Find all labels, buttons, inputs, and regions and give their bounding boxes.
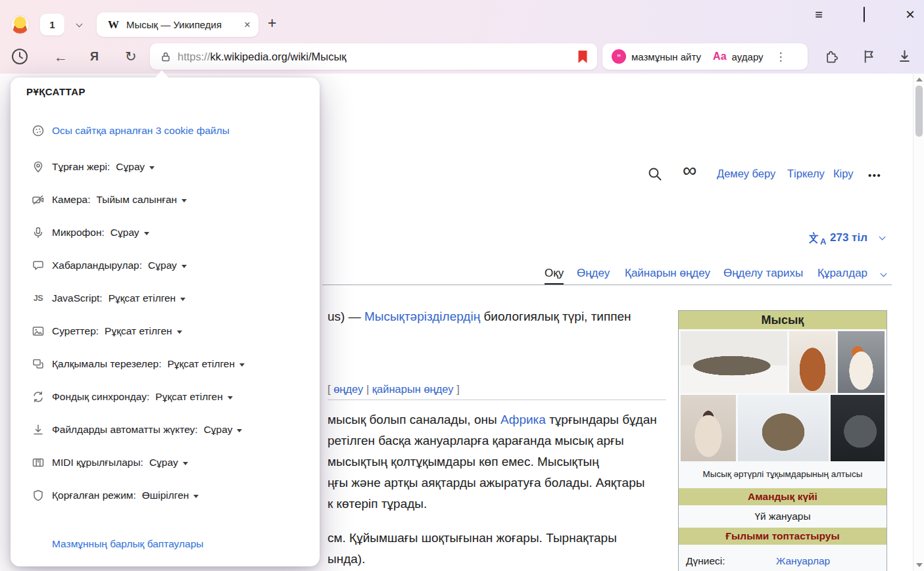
permission-row-javascript: JS JavaScript: Рұқсат етілген — [32, 290, 185, 307]
permission-label: Микрофон: — [52, 227, 105, 239]
scroll-down-arrow[interactable] — [916, 563, 923, 567]
permission-value-dropdown[interactable]: Сұрау — [148, 260, 187, 271]
tab-close-icon[interactable]: × — [244, 19, 251, 30]
permission-value-dropdown[interactable]: Сұрау — [149, 457, 188, 468]
page-scrollbar[interactable] — [913, 74, 924, 571]
register-link[interactable]: Тіркелу — [787, 168, 825, 180]
permission-value-dropdown[interactable]: Рұқсат етілген — [109, 292, 186, 304]
permission-label: JavaScript: — [52, 292, 103, 304]
cat-photo-tabby-snow[interactable] — [738, 395, 829, 461]
window-menu-icon[interactable]: ≡ — [815, 5, 823, 24]
cookies-row: Осы сайтқа арналған 3 cookie файлы — [32, 122, 230, 139]
article-line: мысықтың қолтұқымдары көп емес. Мысықтың — [328, 453, 599, 470]
scrollbar-thumb[interactable] — [915, 85, 923, 137]
permission-value-dropdown[interactable]: Рұқсат етілген — [167, 358, 245, 370]
microphone-icon — [32, 226, 45, 239]
login-link[interactable]: Кіру — [833, 168, 854, 180]
tab-group-chip[interactable]: 1 — [40, 14, 64, 35]
edit-source-link[interactable]: қайнарын өңдеу — [372, 383, 454, 395]
history-icon[interactable] — [11, 47, 29, 66]
translate-button[interactable]: аудару — [732, 51, 764, 62]
dropdown-caret — [155, 70, 168, 78]
read-aloud-icon[interactable]: ” — [612, 49, 626, 64]
article-link[interactable]: Африка — [500, 413, 546, 426]
cat-photo-siamese[interactable] — [681, 395, 736, 461]
translate-icon[interactable]: Аа — [713, 51, 727, 62]
article-text: мысық болып саналады, оны — [328, 413, 500, 426]
infobox-taxonomy: Дүниесі: Жануарлар Жамағаты: Хордалылар … — [679, 545, 887, 571]
dropdown-arrow-icon — [149, 166, 155, 170]
window-close-icon[interactable]: × — [906, 5, 915, 24]
cat-photo-tabby-lying[interactable] — [681, 331, 787, 393]
taxonomy-rank: Дүниесі: — [679, 555, 725, 566]
camera-icon — [32, 193, 45, 206]
infinity-icon[interactable]: ∞ — [683, 159, 696, 181]
dropdown-arrow-icon — [182, 265, 187, 268]
new-tab-button[interactable]: + — [268, 16, 276, 31]
permission-value-dropdown[interactable]: Рұқсат етілген — [155, 391, 233, 403]
permission-value-dropdown[interactable]: Рұқсат етілген — [105, 325, 182, 337]
profile-avatar[interactable] — [11, 15, 30, 34]
taxonomy-value-link[interactable]: Жануарлар — [776, 550, 830, 571]
read-aloud-button[interactable]: мазмұнын айту — [631, 51, 701, 62]
scroll-up-arrow[interactable] — [916, 78, 923, 81]
separator: | — [363, 383, 372, 395]
cat-photo-abyssinian[interactable] — [789, 331, 836, 393]
tab-tools[interactable]: Құралдар — [817, 267, 867, 285]
article-link[interactable]: Мысықтәрізділердің — [364, 309, 480, 323]
personal-more-menu[interactable]: ••• — [868, 170, 881, 181]
address-bar[interactable]: https://kk.wikipedia.org/wiki/Мысық — [150, 43, 597, 70]
cookies-link[interactable]: Осы сайтқа арналған 3 cookie файлы — [52, 125, 230, 137]
dropdown-arrow-icon — [193, 495, 199, 498]
permission-label: Суреттер: — [52, 325, 99, 337]
toolbar-more-icon[interactable]: ⋮ — [775, 50, 787, 64]
cat-photo-gray[interactable] — [831, 395, 885, 461]
permission-value-dropdown[interactable]: Сұрау — [110, 227, 149, 239]
language-selector[interactable]: 273 тіл — [830, 231, 867, 244]
permission-value-dropdown[interactable]: Тыйым салынған — [96, 194, 187, 206]
language-icon-letter: A — [820, 237, 826, 246]
infobox: Мысық Мысық әртүрлі тұқымдарының алтысы … — [678, 310, 887, 571]
permission-value-dropdown[interactable]: Өшірілген — [142, 490, 199, 501]
permission-value-dropdown[interactable]: Сұрау — [204, 424, 243, 436]
yandex-button[interactable]: Я — [90, 50, 99, 64]
tab-title: Мысық — Уикипедия — [126, 19, 239, 30]
back-button[interactable]: ← — [54, 50, 68, 64]
tab-read[interactable]: Оқу — [545, 267, 564, 285]
permission-label: Қалқымалы терезелер: — [52, 358, 161, 370]
dropdown-arrow-icon — [183, 462, 188, 465]
url-text: https://kk.wikipedia.org/wiki/Мысық — [178, 51, 577, 63]
taxonomy-row: Дүниесі: Жануарлар — [679, 550, 887, 571]
tabbar-divider — [322, 285, 892, 285]
sync-icon — [32, 390, 45, 403]
donate-link[interactable]: Демеу беру — [717, 168, 775, 180]
tab-edit[interactable]: Өңдеу — [577, 267, 610, 285]
permission-row-location: Тұрған жері: Сұрау — [32, 158, 155, 175]
wikipedia-favicon: W — [108, 18, 119, 32]
dropdown-arrow-icon — [177, 331, 182, 334]
download-icon[interactable] — [897, 49, 912, 64]
bookmark-icon[interactable] — [577, 50, 588, 64]
flag-icon[interactable] — [862, 49, 877, 64]
tab-edit-source[interactable]: Қайнарын өңдеу — [625, 267, 710, 285]
images-icon — [32, 325, 45, 338]
permission-row-microphone: Микрофон: Сұрау — [32, 224, 149, 241]
edit-link[interactable]: өңдеу — [333, 383, 363, 395]
permission-row-images: Суреттер: Рұқсат етілген — [32, 323, 182, 340]
permission-row-background-sync: Фондық синхрондау: Рұқсат етілген — [32, 388, 233, 405]
tab-history[interactable]: Өңделу тарихы — [723, 267, 803, 285]
reload-button[interactable]: ↻ — [125, 49, 137, 63]
browser-tab[interactable]: W Мысық — Уикипедия × — [97, 12, 258, 37]
tab-group-chevron-icon[interactable] — [76, 21, 83, 28]
extensions-puzzle-icon[interactable] — [824, 49, 839, 64]
cat-photo-white-orange[interactable] — [838, 331, 885, 393]
all-content-settings-link[interactable]: Мазмұнның барлық баптаулары — [52, 538, 203, 550]
permission-label: Қорғалған режим: — [52, 490, 136, 501]
window-maximize-icon[interactable] — [863, 5, 865, 24]
article-line: ңғы және артқы аяқтарды ажыратуға болады… — [328, 474, 644, 491]
lock-icon[interactable] — [160, 51, 171, 62]
auto-download-icon — [32, 423, 45, 436]
location-icon — [32, 160, 45, 173]
permission-value-dropdown[interactable]: Сұрау — [116, 161, 155, 173]
search-icon[interactable] — [647, 166, 663, 182]
